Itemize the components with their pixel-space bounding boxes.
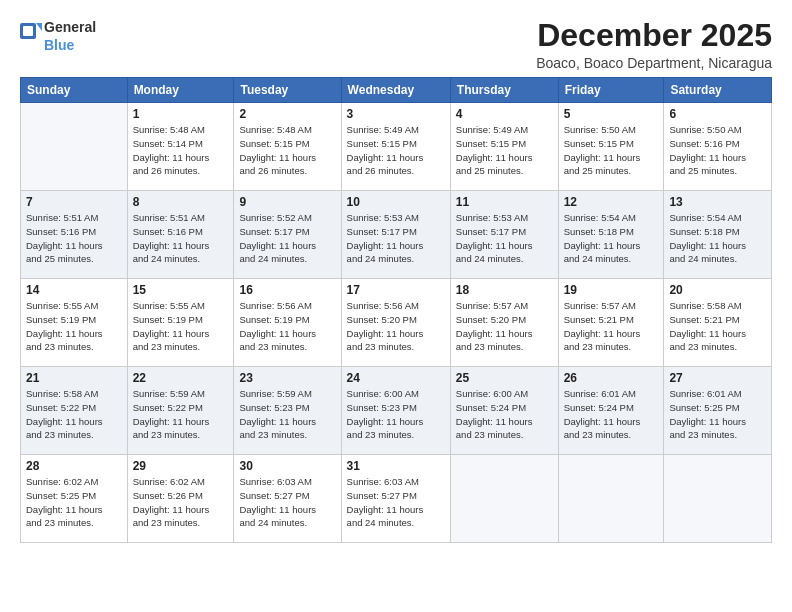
day-number: 8	[133, 195, 229, 209]
day-info: Sunrise: 6:02 AM Sunset: 5:25 PM Dayligh…	[26, 475, 122, 530]
week-row-1: 1Sunrise: 5:48 AM Sunset: 5:14 PM Daylig…	[21, 103, 772, 191]
day-number: 27	[669, 371, 766, 385]
calendar-cell: 5Sunrise: 5:50 AM Sunset: 5:15 PM Daylig…	[558, 103, 664, 191]
week-row-3: 14Sunrise: 5:55 AM Sunset: 5:19 PM Dayli…	[21, 279, 772, 367]
day-number: 11	[456, 195, 553, 209]
week-row-5: 28Sunrise: 6:02 AM Sunset: 5:25 PM Dayli…	[21, 455, 772, 543]
day-number: 19	[564, 283, 659, 297]
calendar-cell: 3Sunrise: 5:49 AM Sunset: 5:15 PM Daylig…	[341, 103, 450, 191]
day-info: Sunrise: 5:49 AM Sunset: 5:15 PM Dayligh…	[347, 123, 445, 178]
calendar-cell	[664, 455, 772, 543]
day-number: 1	[133, 107, 229, 121]
week-row-2: 7Sunrise: 5:51 AM Sunset: 5:16 PM Daylig…	[21, 191, 772, 279]
calendar-cell: 6Sunrise: 5:50 AM Sunset: 5:16 PM Daylig…	[664, 103, 772, 191]
day-number: 25	[456, 371, 553, 385]
day-number: 13	[669, 195, 766, 209]
calendar-cell: 10Sunrise: 5:53 AM Sunset: 5:17 PM Dayli…	[341, 191, 450, 279]
header: General Blue December 2025 Boaco, Boaco …	[20, 18, 772, 71]
calendar-cell: 18Sunrise: 5:57 AM Sunset: 5:20 PM Dayli…	[450, 279, 558, 367]
day-info: Sunrise: 5:59 AM Sunset: 5:23 PM Dayligh…	[239, 387, 335, 442]
day-number: 7	[26, 195, 122, 209]
day-info: Sunrise: 6:03 AM Sunset: 5:27 PM Dayligh…	[347, 475, 445, 530]
calendar-cell: 17Sunrise: 5:56 AM Sunset: 5:20 PM Dayli…	[341, 279, 450, 367]
logo-general: General	[44, 19, 96, 35]
calendar-cell: 4Sunrise: 5:49 AM Sunset: 5:15 PM Daylig…	[450, 103, 558, 191]
day-info: Sunrise: 5:50 AM Sunset: 5:15 PM Dayligh…	[564, 123, 659, 178]
logo-container: General Blue	[20, 18, 96, 53]
day-info: Sunrise: 5:48 AM Sunset: 5:15 PM Dayligh…	[239, 123, 335, 178]
day-number: 14	[26, 283, 122, 297]
day-info: Sunrise: 6:00 AM Sunset: 5:23 PM Dayligh…	[347, 387, 445, 442]
day-info: Sunrise: 6:00 AM Sunset: 5:24 PM Dayligh…	[456, 387, 553, 442]
logo-icon	[20, 23, 42, 49]
calendar-cell: 15Sunrise: 5:55 AM Sunset: 5:19 PM Dayli…	[127, 279, 234, 367]
day-info: Sunrise: 5:54 AM Sunset: 5:18 PM Dayligh…	[564, 211, 659, 266]
day-number: 15	[133, 283, 229, 297]
weekday-header-monday: Monday	[127, 78, 234, 103]
calendar-cell: 16Sunrise: 5:56 AM Sunset: 5:19 PM Dayli…	[234, 279, 341, 367]
month-title: December 2025	[536, 18, 772, 53]
day-info: Sunrise: 5:48 AM Sunset: 5:14 PM Dayligh…	[133, 123, 229, 178]
logo: General Blue	[20, 18, 96, 53]
day-info: Sunrise: 5:57 AM Sunset: 5:20 PM Dayligh…	[456, 299, 553, 354]
day-number: 28	[26, 459, 122, 473]
calendar-cell: 11Sunrise: 5:53 AM Sunset: 5:17 PM Dayli…	[450, 191, 558, 279]
day-number: 4	[456, 107, 553, 121]
day-info: Sunrise: 5:56 AM Sunset: 5:20 PM Dayligh…	[347, 299, 445, 354]
weekday-header-tuesday: Tuesday	[234, 78, 341, 103]
day-number: 24	[347, 371, 445, 385]
day-number: 30	[239, 459, 335, 473]
calendar-cell: 12Sunrise: 5:54 AM Sunset: 5:18 PM Dayli…	[558, 191, 664, 279]
calendar-cell: 23Sunrise: 5:59 AM Sunset: 5:23 PM Dayli…	[234, 367, 341, 455]
day-info: Sunrise: 5:53 AM Sunset: 5:17 PM Dayligh…	[456, 211, 553, 266]
day-info: Sunrise: 5:55 AM Sunset: 5:19 PM Dayligh…	[26, 299, 122, 354]
day-info: Sunrise: 5:55 AM Sunset: 5:19 PM Dayligh…	[133, 299, 229, 354]
day-info: Sunrise: 5:54 AM Sunset: 5:18 PM Dayligh…	[669, 211, 766, 266]
day-info: Sunrise: 5:49 AM Sunset: 5:15 PM Dayligh…	[456, 123, 553, 178]
day-number: 18	[456, 283, 553, 297]
calendar-cell: 29Sunrise: 6:02 AM Sunset: 5:26 PM Dayli…	[127, 455, 234, 543]
calendar-cell: 19Sunrise: 5:57 AM Sunset: 5:21 PM Dayli…	[558, 279, 664, 367]
day-info: Sunrise: 5:53 AM Sunset: 5:17 PM Dayligh…	[347, 211, 445, 266]
day-info: Sunrise: 6:03 AM Sunset: 5:27 PM Dayligh…	[239, 475, 335, 530]
calendar-cell: 25Sunrise: 6:00 AM Sunset: 5:24 PM Dayli…	[450, 367, 558, 455]
day-info: Sunrise: 5:59 AM Sunset: 5:22 PM Dayligh…	[133, 387, 229, 442]
title-area: December 2025 Boaco, Boaco Department, N…	[536, 18, 772, 71]
day-number: 5	[564, 107, 659, 121]
day-number: 10	[347, 195, 445, 209]
day-number: 6	[669, 107, 766, 121]
day-number: 26	[564, 371, 659, 385]
calendar-cell: 14Sunrise: 5:55 AM Sunset: 5:19 PM Dayli…	[21, 279, 128, 367]
calendar-cell: 7Sunrise: 5:51 AM Sunset: 5:16 PM Daylig…	[21, 191, 128, 279]
calendar-cell: 9Sunrise: 5:52 AM Sunset: 5:17 PM Daylig…	[234, 191, 341, 279]
day-number: 20	[669, 283, 766, 297]
day-info: Sunrise: 6:02 AM Sunset: 5:26 PM Dayligh…	[133, 475, 229, 530]
day-info: Sunrise: 5:57 AM Sunset: 5:21 PM Dayligh…	[564, 299, 659, 354]
calendar-cell: 26Sunrise: 6:01 AM Sunset: 5:24 PM Dayli…	[558, 367, 664, 455]
day-number: 31	[347, 459, 445, 473]
weekday-header-saturday: Saturday	[664, 78, 772, 103]
calendar-cell: 21Sunrise: 5:58 AM Sunset: 5:22 PM Dayli…	[21, 367, 128, 455]
svg-rect-2	[23, 26, 33, 36]
calendar-cell: 1Sunrise: 5:48 AM Sunset: 5:14 PM Daylig…	[127, 103, 234, 191]
day-number: 2	[239, 107, 335, 121]
weekday-header-wednesday: Wednesday	[341, 78, 450, 103]
calendar-cell: 30Sunrise: 6:03 AM Sunset: 5:27 PM Dayli…	[234, 455, 341, 543]
calendar-cell	[450, 455, 558, 543]
calendar-cell: 20Sunrise: 5:58 AM Sunset: 5:21 PM Dayli…	[664, 279, 772, 367]
day-info: Sunrise: 5:58 AM Sunset: 5:21 PM Dayligh…	[669, 299, 766, 354]
logo-blue: Blue	[44, 37, 74, 53]
day-number: 3	[347, 107, 445, 121]
day-info: Sunrise: 6:01 AM Sunset: 5:24 PM Dayligh…	[564, 387, 659, 442]
day-info: Sunrise: 5:56 AM Sunset: 5:19 PM Dayligh…	[239, 299, 335, 354]
day-info: Sunrise: 6:01 AM Sunset: 5:25 PM Dayligh…	[669, 387, 766, 442]
week-row-4: 21Sunrise: 5:58 AM Sunset: 5:22 PM Dayli…	[21, 367, 772, 455]
calendar-cell: 13Sunrise: 5:54 AM Sunset: 5:18 PM Dayli…	[664, 191, 772, 279]
location-title: Boaco, Boaco Department, Nicaragua	[536, 55, 772, 71]
calendar-cell: 22Sunrise: 5:59 AM Sunset: 5:22 PM Dayli…	[127, 367, 234, 455]
day-number: 17	[347, 283, 445, 297]
day-number: 22	[133, 371, 229, 385]
day-number: 9	[239, 195, 335, 209]
day-number: 29	[133, 459, 229, 473]
day-info: Sunrise: 5:52 AM Sunset: 5:17 PM Dayligh…	[239, 211, 335, 266]
